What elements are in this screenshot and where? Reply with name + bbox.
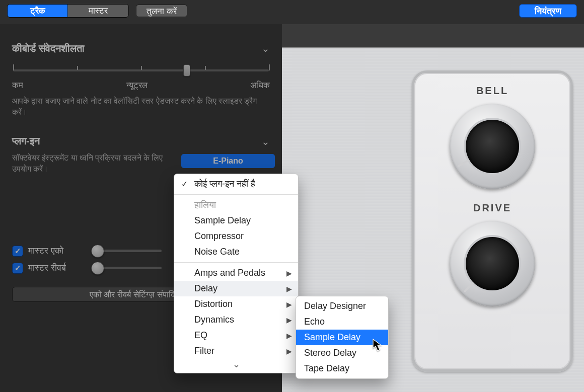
menu-item[interactable]: Dynamics▶ bbox=[174, 312, 298, 328]
compare-button[interactable]: तुलना करें bbox=[136, 5, 187, 17]
submenu-item[interactable]: Stereo Delay bbox=[296, 345, 388, 361]
menu-item[interactable]: Amps and Pedals▶ bbox=[174, 265, 298, 281]
slider-max-label: अधिक bbox=[250, 81, 270, 91]
menu-separator bbox=[174, 194, 298, 195]
slider-thumb[interactable] bbox=[91, 245, 104, 258]
label-master-echo: मास्टर एको bbox=[28, 246, 86, 256]
plugin-submenu-delay[interactable]: Delay DesignerEchoSample DelayStereo Del… bbox=[296, 296, 389, 379]
menu-item: हालिया bbox=[174, 197, 298, 213]
submenu-item[interactable]: Sample Delay bbox=[296, 330, 388, 345]
instrument-controls-frame: BELL DRIVE bbox=[412, 70, 573, 372]
slider-master-echo[interactable] bbox=[91, 250, 162, 252]
slider-mid-label: न्यूट्रल bbox=[23, 81, 250, 91]
knob-bell[interactable] bbox=[450, 104, 535, 189]
chevron-down-icon: ⌄ bbox=[256, 42, 270, 54]
chevron-right-icon: ▶ bbox=[286, 347, 292, 355]
checkbox-master-echo[interactable]: ✓ bbox=[12, 246, 23, 257]
track-master-segment: ट्रैक मास्टर bbox=[7, 4, 129, 18]
knob-label-bell: BELL bbox=[414, 85, 570, 97]
plugin-slot-instrument[interactable]: E-Piano bbox=[181, 154, 275, 168]
knob-drive[interactable] bbox=[450, 221, 535, 306]
slider-master-reverb[interactable] bbox=[91, 267, 162, 269]
sensitivity-hint: आपके द्वारा बजाए जाने वाले नोट का वेलॉसि… bbox=[12, 96, 269, 118]
chevron-right-icon: ▶ bbox=[286, 269, 292, 277]
menu-item[interactable]: Filter▶ bbox=[174, 343, 298, 359]
chevron-down-icon[interactable]: ⌄ bbox=[174, 359, 298, 371]
slider-thumb[interactable] bbox=[91, 262, 104, 275]
submenu-item[interactable]: Delay Designer bbox=[296, 298, 388, 314]
chevron-right-icon: ▶ bbox=[286, 316, 292, 324]
chevron-right-icon: ▶ bbox=[286, 332, 292, 340]
submenu-item[interactable]: Tape Delay bbox=[296, 361, 388, 376]
menu-separator bbox=[174, 262, 298, 263]
check-icon: ✓ bbox=[181, 179, 188, 189]
menu-item[interactable]: Compressor bbox=[174, 228, 298, 244]
top-toolbar: ट्रैक मास्टर तुलना करें नियंत्रण bbox=[0, 0, 584, 24]
knob-label-drive: DRIVE bbox=[414, 202, 570, 214]
checkbox-master-reverb[interactable]: ✓ bbox=[12, 263, 23, 274]
menu-item[interactable]: Noise Gate bbox=[174, 244, 298, 260]
slider-min-label: कम bbox=[12, 81, 23, 91]
section-title: कीबोर्ड संवेदनशीलता bbox=[12, 43, 256, 54]
menu-item[interactable]: Delay▶ bbox=[174, 281, 298, 296]
plugin-context-menu[interactable]: कोई प्लग-इन नहीं है✓हालियाSample DelayCo… bbox=[174, 174, 299, 373]
plugins-hint: सॉफ़्टवेयर इंस्ट्रूमेंट या ध्वनि प्रक्रि… bbox=[12, 152, 168, 175]
section-title: प्लग-इन bbox=[12, 135, 256, 147]
slider-labels: कम न्यूट्रल अधिक bbox=[12, 81, 270, 91]
tab-track[interactable]: ट्रैक bbox=[8, 5, 68, 17]
section-plugins[interactable]: प्लग-इन ⌄ bbox=[12, 135, 270, 147]
menu-item[interactable]: EQ▶ bbox=[174, 328, 298, 343]
slider-thumb[interactable] bbox=[183, 64, 190, 76]
chevron-right-icon: ▶ bbox=[286, 300, 292, 308]
menu-item[interactable]: Distortion▶ bbox=[174, 296, 298, 312]
menu-item[interactable]: Sample Delay bbox=[174, 213, 298, 228]
sensitivity-slider[interactable]: कम न्यूट्रल अधिक bbox=[12, 69, 270, 91]
submenu-item[interactable]: Echo bbox=[296, 314, 388, 330]
chevron-right-icon: ▶ bbox=[286, 285, 292, 293]
menu-item[interactable]: कोई प्लग-इन नहीं है✓ bbox=[174, 176, 298, 192]
label-master-reverb: मास्टर रीवर्ब bbox=[28, 263, 86, 273]
section-keyboard-sensitivity[interactable]: कीबोर्ड संवेदनशीलता ⌄ bbox=[12, 42, 270, 54]
controls-button[interactable]: नियंत्रण bbox=[519, 4, 577, 18]
tab-master[interactable]: मास्टर bbox=[68, 5, 128, 17]
chevron-down-icon: ⌄ bbox=[256, 135, 270, 147]
